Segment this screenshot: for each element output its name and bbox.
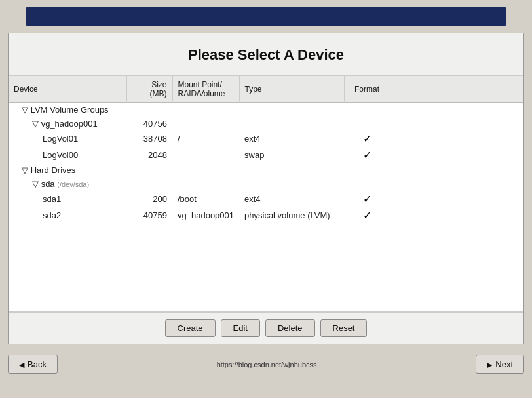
title-section: Please Select A Device [9, 33, 523, 76]
format-cell: ✓ [344, 147, 390, 163]
table-row[interactable]: ▽ sda (/dev/sda) [9, 177, 523, 191]
device-cell: ▽ LVM Volume Groups [9, 103, 126, 117]
edit-button[interactable]: Edit [221, 319, 260, 337]
table-row[interactable]: sda2 40759 vg_hadoop001 physical volume … [9, 207, 523, 224]
main-container: Please Select A Device Device Size(MB) M… [8, 33, 524, 344]
table-row[interactable]: LogVol01 38708 / ext4 ✓ [9, 130, 523, 147]
type-cell: physical volume (LVM) [239, 207, 344, 224]
device-table: Device Size(MB) Mount Point/RAID/Volume … [9, 76, 523, 224]
top-progress-bar [26, 7, 506, 26]
format-cell: ✓ [344, 130, 390, 147]
mount-cell [172, 147, 239, 163]
device-table-area: Device Size(MB) Mount Point/RAID/Volume … [9, 76, 523, 312]
next-label: Next [495, 359, 513, 369]
mount-cell: / [172, 130, 239, 147]
delete-button[interactable]: Delete [265, 319, 315, 337]
col-header-mount: Mount Point/RAID/Volume [172, 76, 239, 103]
bottom-bar: Back https://blog.csdn.net/wjnhubcss Nex… [0, 349, 532, 379]
device-cell: LogVol00 [9, 147, 126, 163]
footer-url: https://blog.csdn.net/wjnhubcss [58, 361, 476, 368]
actions-bar: Create Edit Delete Reset [9, 312, 523, 344]
size-cell: 40759 [126, 207, 172, 224]
vg-label: vg_hadoop001 [41, 119, 98, 129]
col-header-format: Format [344, 76, 390, 103]
type-cell: ext4 [239, 191, 344, 207]
device-cell: LogVol01 [9, 130, 126, 147]
device-path: (/dev/sda) [57, 180, 89, 188]
sda-label: sda [41, 179, 55, 189]
size-cell: 2048 [126, 147, 172, 163]
device-cell: ▽ Hard Drives [9, 163, 126, 177]
table-row[interactable]: sda1 200 /boot ext4 ✓ [9, 191, 523, 207]
back-button[interactable]: Back [8, 355, 58, 374]
table-row[interactable]: ▽ Hard Drives [9, 163, 523, 177]
device-cell: ▽ sda (/dev/sda) [9, 177, 126, 191]
table-row[interactable]: ▽ vg_hadoop001 40756 [9, 117, 523, 130]
table-row[interactable]: LogVol00 2048 swap ✓ [9, 147, 523, 163]
expand-icon: ▽ [22, 165, 28, 175]
col-header-extra [390, 76, 523, 103]
device-cell: ▽ vg_hadoop001 [9, 117, 126, 130]
page-title: Please Select A Device [22, 47, 510, 64]
expand-icon: ▽ [32, 119, 39, 129]
table-row[interactable]: ▽ LVM Volume Groups [9, 103, 523, 117]
size-cell: 38708 [126, 130, 172, 147]
device-cell: sda2 [9, 207, 126, 224]
format-cell: ✓ [344, 207, 390, 224]
col-header-size: Size(MB) [126, 76, 172, 103]
format-cell: ✓ [344, 191, 390, 207]
col-header-type: Type [239, 76, 344, 103]
back-label: Back [28, 359, 47, 369]
back-arrow-icon [19, 359, 24, 369]
group-label: Hard Drives [31, 165, 76, 175]
type-cell: ext4 [239, 130, 344, 147]
table-header-row: Device Size(MB) Mount Point/RAID/Volume … [9, 76, 523, 103]
type-cell: swap [239, 147, 344, 163]
col-header-device: Device [9, 76, 126, 103]
expand-icon: ▽ [22, 105, 28, 115]
next-button[interactable]: Next [476, 355, 524, 374]
next-arrow-icon [487, 359, 492, 369]
reset-button[interactable]: Reset [320, 319, 368, 337]
group-label: LVM Volume Groups [31, 105, 109, 115]
device-cell: sda1 [9, 191, 126, 207]
size-cell: 200 [126, 191, 172, 207]
create-button[interactable]: Create [165, 319, 216, 337]
expand-icon: ▽ [32, 179, 39, 189]
mount-cell: vg_hadoop001 [172, 207, 239, 224]
size-cell: 40756 [126, 117, 172, 130]
mount-cell: /boot [172, 191, 239, 207]
